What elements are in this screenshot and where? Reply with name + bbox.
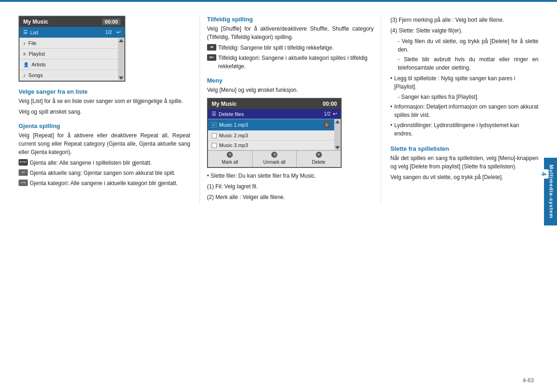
file-note-icon: ♪ bbox=[23, 41, 26, 46]
menu-item-file[interactable]: ♪ File bbox=[19, 38, 118, 49]
screen2-header: My Music 00:00 bbox=[208, 99, 341, 109]
screen2-scroll-bar bbox=[334, 119, 341, 150]
checkbox-3[interactable] bbox=[212, 143, 217, 148]
scroll-up-arrow[interactable] bbox=[119, 39, 123, 42]
shuffle-icon: ⇄ bbox=[207, 44, 216, 51]
badge-1: ① bbox=[323, 121, 330, 129]
list-label: List bbox=[30, 30, 38, 35]
delete-list-icon: ☰ bbox=[212, 111, 216, 117]
gjenta-bullet-3: ↩≡ Gjenta kategori: Alle sangene i aktue… bbox=[19, 179, 190, 187]
section-slette-title: Slette fra spillelisten bbox=[390, 145, 538, 152]
informasjon-text: Informasjon: Detaljert informasjon om sa… bbox=[394, 103, 538, 119]
gjenta-para-1: Velg [Repeat] for å aktivere eller deakt… bbox=[19, 131, 190, 156]
gjenta-bullet-2-text: Gjenta aktuelle sang: Gjentar sangen som… bbox=[30, 169, 175, 177]
screen2-time: 00:00 bbox=[323, 101, 337, 107]
unmark-all-button[interactable]: ③ Unmark all bbox=[253, 151, 297, 167]
gjenta-bullet-1: ↩↩ Gjenta alle: Alle sangene i spillelis… bbox=[19, 159, 190, 167]
scroll-down-arrow[interactable] bbox=[119, 77, 123, 80]
legg-til-text: Legg til spilleliste : Nylig spilte sang… bbox=[394, 74, 538, 91]
meny-para-1: Velg [Menu] og velg ønsket funksjon. bbox=[207, 86, 374, 94]
tilfeldig-bullet-2: ⇄≡ Tilfeldig kategori: Sangene i aktuell… bbox=[207, 54, 374, 71]
screen2-scroll-up[interactable] bbox=[335, 120, 340, 123]
multimedia-side-tab: Multimedia-system 4 bbox=[544, 158, 557, 225]
menu-file-label: File bbox=[28, 40, 37, 46]
section-tilfeldig-title: Tilfeldig spilling bbox=[207, 16, 374, 23]
menu-artists-label: Artists bbox=[32, 62, 46, 67]
section-meny-title: Meny bbox=[207, 77, 374, 84]
section-velge-title: Velge sanger fra en liste bbox=[19, 88, 190, 95]
file-2-name: Music 2.mp3 bbox=[219, 133, 248, 138]
delete-num: ④ bbox=[316, 152, 322, 158]
file-row-3[interactable]: Music 3.mp3 bbox=[208, 141, 334, 150]
file-row-1[interactable]: ✓ Music 1.mp3 ① bbox=[208, 119, 334, 131]
delete-files-label: Delete files bbox=[219, 111, 244, 117]
screen2-back-icon[interactable]: ↩ bbox=[333, 111, 337, 117]
bullet-dot-3: • bbox=[390, 121, 392, 129]
legg-til-bullet: • Legg til spilleliste : Nylig spilte sa… bbox=[390, 74, 538, 91]
delete-button[interactable]: ④ Delete bbox=[297, 151, 341, 167]
merk-alle-text: (2) Merk alle : Velger alle filene. bbox=[207, 193, 374, 201]
screen2-scroll-down[interactable] bbox=[335, 146, 340, 149]
file-1-name: Music 1.mp3 bbox=[219, 122, 248, 128]
right-sub-1: - Velg filen du vil slette, og trykk på … bbox=[398, 37, 538, 54]
unmark-all-label: Unmark all bbox=[253, 160, 296, 165]
ui-screen-2: My Music 00:00 ☰ Delete files 1/2 ↩ ✓ bbox=[207, 98, 342, 168]
side-tab-text: Multimedia-system bbox=[549, 165, 554, 218]
menu-songs-label: Songs bbox=[28, 72, 43, 78]
ui-screen-1: My Music 00:00 ☰ List 1/2 ↩ ♪ File bbox=[19, 16, 125, 82]
footer-buttons: ② Mark all ③ Unmark all ④ Delete bbox=[208, 150, 341, 167]
slette-filer-text: • Slette filer: Du kan slette filer fra … bbox=[207, 172, 374, 180]
screen1-title: My Music bbox=[23, 19, 48, 25]
section-gjenta-title: Gjenta spilling bbox=[19, 122, 190, 129]
list-icon: ☰ bbox=[23, 29, 28, 35]
right-sub-2: - Slette blir avbrutt hvis du mottar ell… bbox=[398, 55, 538, 72]
chapter-number: 4 bbox=[539, 169, 549, 179]
slette-para-1: Når det spilles en sang fra spillelisten… bbox=[390, 154, 538, 171]
checkbox-2[interactable] bbox=[212, 133, 217, 138]
scroll-bar bbox=[118, 38, 124, 81]
gjenta-bullet-3-text: Gjenta kategori: Alle sangene i aktuelle… bbox=[30, 179, 178, 187]
delete-label: Delete bbox=[298, 160, 340, 165]
files-list-container: ✓ Music 1.mp3 ① Music 2.mp3 Music 3.mp3 bbox=[208, 119, 341, 150]
menu-item-songs[interactable]: ♪ Songs bbox=[19, 70, 118, 81]
page-number: 4-63 bbox=[523, 377, 534, 384]
screen1-page-indicator: 1/2 bbox=[105, 30, 112, 35]
tilfeldig-bullet-2-text: Tilfeldig kategori: Sangene i aktuelle k… bbox=[218, 54, 374, 71]
gjenta-bullet-2: ↩ Gjenta aktuelle sang: Gjentar sangen s… bbox=[19, 169, 190, 177]
fil-text: (1) Fil: Velg lagret fil. bbox=[207, 182, 374, 191]
bullet-dot-2: • bbox=[390, 103, 392, 111]
left-column: My Music 00:00 ☰ List 1/2 ↩ ♪ File bbox=[19, 16, 200, 204]
lydinnstillinger-text: Lydinnstillinger: Lydinnstillingene i ly… bbox=[394, 121, 538, 138]
right-para-3: (3) Fjern merking på alle : Velg bort al… bbox=[390, 16, 538, 24]
screen1-time: 00:00 bbox=[102, 19, 121, 25]
right-column: (3) Fjern merking på alle : Velg bort al… bbox=[381, 16, 538, 204]
velge-para-2: Velg og spill ønsket sang. bbox=[19, 108, 190, 116]
screen1-menu-list: ♪ File ≡ Playlist 👤 Artists ♪ Songs bbox=[19, 38, 124, 81]
back-icon[interactable]: ↩ bbox=[117, 29, 121, 35]
gjenta-bullet-1-text: Gjenta alle: Alle sangene i spillelisten… bbox=[30, 159, 152, 167]
screen2-title: My Music bbox=[212, 101, 237, 107]
screen2-delete-row[interactable]: ☰ Delete files 1/2 ↩ bbox=[208, 109, 341, 119]
velge-para-1: Velg [List] for å se en liste over sange… bbox=[19, 97, 190, 105]
screen1-header: My Music 00:00 bbox=[19, 17, 124, 27]
unmark-all-num: ③ bbox=[272, 152, 278, 158]
bullet-dot-1: • bbox=[390, 74, 392, 83]
repeat-current-icon: ↩ bbox=[19, 169, 28, 176]
screen1-list-row[interactable]: ☰ List 1/2 ↩ bbox=[19, 27, 124, 38]
file-row-2[interactable]: Music 2.mp3 bbox=[208, 131, 334, 141]
screen2-page-indicator: 1/2 bbox=[324, 111, 330, 116]
menu-item-artists[interactable]: 👤 Artists bbox=[19, 59, 118, 70]
mark-all-label: Mark all bbox=[209, 160, 251, 165]
right-para-4: (4) Slette: Slette valgte fil(er). bbox=[390, 26, 538, 35]
menu-item-playlist[interactable]: ≡ Playlist bbox=[19, 49, 118, 59]
sanger-sub: - Sanger kan spilles fra [Playlist]. bbox=[398, 93, 538, 101]
slette-para-2: Velg sangen du vil slette, og trykk på [… bbox=[390, 173, 538, 181]
tilfeldig-para-1: Velg [Shuffle] for å aktivere/deaktivere… bbox=[207, 25, 374, 41]
lydinnstillinger-bullet: • Lydinnstillinger: Lydinnstillingene i … bbox=[390, 121, 538, 138]
repeat-cat-icon: ↩≡ bbox=[19, 180, 28, 186]
mark-all-button[interactable]: ② Mark all bbox=[208, 151, 253, 167]
mark-all-num: ② bbox=[227, 152, 233, 158]
checkbox-1[interactable]: ✓ bbox=[212, 122, 217, 128]
artists-icon: 👤 bbox=[23, 62, 29, 67]
mid-column: Tilfeldig spilling Velg [Shuffle] for å … bbox=[200, 16, 381, 204]
